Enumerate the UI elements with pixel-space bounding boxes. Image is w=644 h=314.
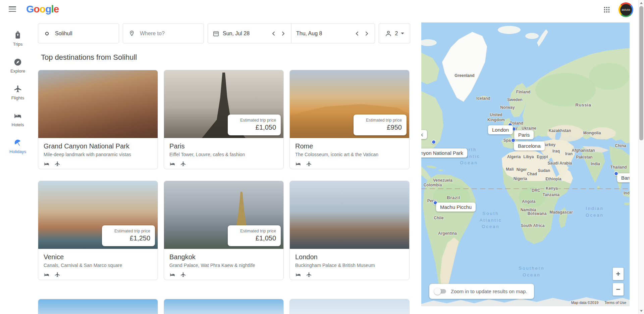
map-country-label: Finland [516, 90, 531, 95]
logo-letter: o [40, 3, 45, 14]
map-country-label: Chad [527, 172, 537, 177]
price-badge: Estimated trip price £1,050 [228, 115, 281, 135]
scrollbar-down-arrow[interactable] [640, 310, 643, 312]
sidebar: Trips Explore Flights Hotels Holidays [0, 19, 36, 154]
price-badge-label: Estimated trip price [232, 118, 276, 123]
map-panel[interactable]: North Atlantic Ocean South Atlantic Ocea… [421, 23, 630, 306]
destination-subtitle: Buckingham Palace & British Museum [295, 263, 404, 268]
map-destination-pill[interactable]: London [488, 125, 513, 134]
logo-letter: l [51, 3, 53, 14]
map-country-label: China [615, 143, 626, 148]
destination-card[interactable]: Grand Canyon National Park Mile-deep lan… [38, 70, 158, 169]
map-country-label: Iraq [552, 149, 560, 154]
card-amenity-icons [169, 272, 278, 278]
destination-card[interactable]: Estimated trip price £1,050 Bangkok Gran… [164, 181, 284, 280]
map-destination-pill[interactable]: ork [421, 130, 427, 139]
sidebar-item-hotels[interactable]: Hotels [0, 111, 36, 127]
apps-grid-icon[interactable] [602, 5, 612, 15]
destination-card[interactable]: Estimated trip price £1,250 Venice Canal… [38, 181, 158, 280]
sidebar-item-holidays[interactable]: Holidays [0, 138, 36, 154]
map-country-label: Venezuela [433, 178, 452, 183]
scrollbar-thumb[interactable] [639, 6, 643, 140]
sidebar-item-label: Trips [13, 42, 22, 47]
hotel-bed-icon [44, 272, 50, 278]
scrollbar-up-arrow[interactable] [640, 2, 643, 4]
map-country-label: Norway [500, 105, 515, 110]
map-update-toggle-label: Zoom in to update results on map. [451, 288, 527, 294]
destination-card-partial[interactable] [38, 299, 158, 314]
map-country-label: India [591, 162, 600, 167]
map-destination-pill[interactable]: nyon National Park [421, 148, 467, 158]
map-country-label: Mongolia [583, 131, 601, 136]
sidebar-item-flights[interactable]: Flights [0, 85, 36, 100]
price-badge-value: £1,250 [107, 234, 150, 242]
depart-prev-day-chevron[interactable] [270, 31, 277, 37]
map-country-label: Brazil [447, 195, 460, 201]
sidebar-item-explore[interactable]: Explore [0, 58, 36, 74]
hamburger-menu-button[interactable] [9, 6, 17, 12]
flight-plane-icon [180, 161, 186, 167]
account-avatar[interactable]: astute [619, 2, 633, 17]
destination-subtitle: Eiffel Tower, Louvre, cafes & fashion [169, 152, 278, 157]
return-next-day-chevron[interactable] [364, 31, 370, 37]
map-overlay: North Atlantic Ocean South Atlantic Ocea… [421, 23, 630, 306]
map-marker[interactable] [431, 140, 436, 144]
map-country-label: Angola [522, 199, 536, 204]
destination-card-partial[interactable] [164, 299, 284, 314]
vertical-scrollbar[interactable] [638, 0, 644, 314]
map-destination-pill[interactable]: Machu Picchu [436, 203, 476, 212]
flight-plane-icon [180, 272, 186, 278]
hotels-bed-icon [13, 111, 22, 120]
flight-plane-icon [54, 161, 60, 167]
passengers-field[interactable]: 2 [379, 24, 410, 43]
card-body: Venice Canals, Carnival & San Marco squa… [38, 249, 158, 278]
hotel-bed-icon [44, 161, 50, 167]
price-badge-label: Estimated trip price [232, 229, 276, 233]
google-logo: Google [26, 3, 59, 15]
map-country-label: Mali [506, 167, 514, 172]
person-icon [385, 30, 392, 37]
destination-card[interactable]: Estimated trip price £1,050 Paris Eiffel… [164, 70, 284, 169]
map-ocean-label: Indian Ocean [586, 205, 603, 218]
map-destination-pill[interactable]: Ban [617, 173, 630, 182]
destination-card[interactable]: Estimated trip price £950 Rome The Colos… [289, 70, 410, 169]
destination-subtitle: The Colosseum, iconic art & the Vatican [295, 152, 404, 157]
page-title: Top destinations from Solihull [41, 53, 137, 62]
map-country-label: United Kingdom [487, 113, 505, 123]
map-country-label: Thailand [610, 165, 627, 170]
destination-photo [290, 181, 409, 249]
map-zoom-in-button[interactable]: + [613, 268, 624, 280]
return-prev-day-chevron[interactable] [354, 31, 360, 37]
logo-letter: o [34, 3, 39, 14]
card-body: Grand Canyon National Park Mile-deep lan… [38, 138, 158, 167]
logo-letter: G [26, 3, 34, 14]
map-destination-pill[interactable]: Paris [514, 130, 534, 139]
map-zoom-out-button[interactable]: − [613, 283, 624, 296]
map-country-label: Saudi Arabia [548, 161, 572, 166]
depart-date-field[interactable]: Sun, Jul 28 [208, 24, 291, 43]
sidebar-item-label: Holidays [9, 149, 26, 154]
map-country-label: Chile [434, 216, 443, 221]
map-country-label: Niger [517, 167, 527, 172]
destination-title: Grand Canyon National Park [44, 142, 152, 150]
destination-field[interactable]: Where to? [123, 24, 204, 43]
origin-field[interactable]: Solihull [38, 24, 119, 43]
return-date-field[interactable]: Thu, Aug 8 [291, 24, 375, 43]
flights-plane-icon [13, 85, 22, 93]
card-amenity-icons [169, 161, 278, 167]
price-badge-label: Estimated trip price [107, 229, 150, 233]
map-update-toggle-switch[interactable] [435, 289, 446, 294]
map-destination-pill[interactable]: Barcelona [514, 141, 545, 150]
destination-card-partial[interactable] [289, 299, 410, 314]
flight-plane-icon [306, 272, 312, 278]
sidebar-item-label: Flights [11, 95, 24, 100]
destination-card[interactable]: London Buckingham Palace & British Museu… [289, 181, 410, 280]
terms-of-use-link[interactable]: Terms of Use [604, 301, 626, 305]
depart-next-day-chevron[interactable] [280, 31, 286, 37]
sidebar-item-trips[interactable]: Trips [0, 31, 36, 47]
destination-photo [38, 70, 158, 138]
price-badge-value: £1,050 [232, 234, 276, 242]
map-country-label: Ethiopia [545, 177, 561, 182]
map-country-label: Russia [575, 102, 591, 108]
hotel-bed-icon [169, 272, 175, 278]
